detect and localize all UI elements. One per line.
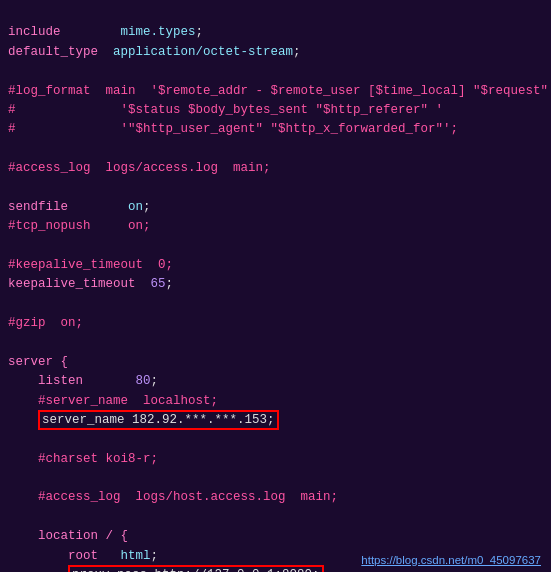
code-line (8, 140, 543, 159)
code-line: server_name 182.92.***.***.153; (8, 411, 543, 430)
code-line (8, 469, 543, 488)
code-line (8, 333, 543, 352)
code-line: proxy_pass http://127.0.0.1:8080; (8, 566, 543, 572)
code-line (8, 430, 543, 449)
code-line: listen 80; (8, 372, 543, 391)
code-line: # '$status $body_bytes_sent "$http_refer… (8, 101, 543, 120)
code-line (8, 62, 543, 81)
code-line (8, 237, 543, 256)
code-line (8, 295, 543, 314)
code-line: sendfile on; (8, 198, 543, 217)
code-line: include mime.types; (8, 23, 543, 42)
highlighted-code: proxy_pass http://127.0.0.1:8080; (68, 565, 324, 572)
code-line (8, 178, 543, 197)
code-line: server { (8, 353, 543, 372)
code-editor: include mime.types;default_type applicat… (0, 0, 551, 572)
code-line: #access_log logs/host.access.log main; (8, 488, 543, 507)
code-line: default_type application/octet-stream; (8, 43, 543, 62)
highlighted-code: server_name 182.92.***.***.153; (38, 410, 279, 430)
code-line (8, 508, 543, 527)
code-line: #log_format main '$remote_addr - $remote… (8, 82, 543, 101)
code-line: #keepalive_timeout 0; (8, 256, 543, 275)
code-line: #server_name localhost; (8, 392, 543, 411)
code-line: #tcp_nopush on; (8, 217, 543, 236)
code-line: location / { (8, 527, 543, 546)
code-line: #charset koi8-r; (8, 450, 543, 469)
code-line: # '"$http_user_agent" "$http_x_forwarded… (8, 120, 543, 139)
code-line: keepalive_timeout 65; (8, 275, 543, 294)
code-line: #gzip on; (8, 314, 543, 333)
code-line: #access_log logs/access.log main; (8, 159, 543, 178)
url-label: https://blog.csdn.net/m0_45097637 (361, 554, 541, 566)
